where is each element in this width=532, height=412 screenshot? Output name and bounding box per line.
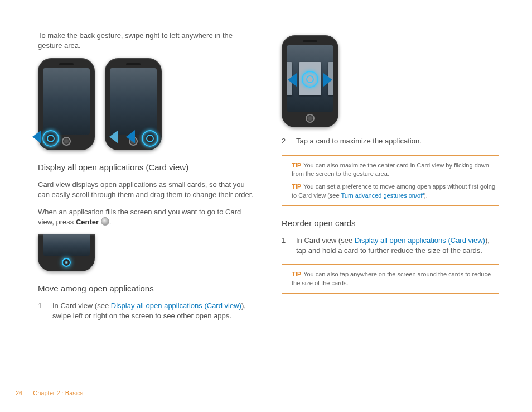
arrow-left-icon <box>126 130 135 143</box>
tip-text: You can also tap anywhere on the screen … <box>292 271 491 286</box>
card-view-screen <box>287 45 333 112</box>
tip-label: TIP <box>292 183 301 190</box>
section-heading-move-apps: Move among open applications <box>38 284 255 293</box>
tip-label: TIP <box>292 271 301 277</box>
arrow-left-icon <box>109 130 118 143</box>
step-text: Tap a card to maximize the application. <box>296 136 422 146</box>
card-swipe-figure <box>282 35 499 127</box>
card-view-desc: Card view displays open applications as … <box>38 180 255 199</box>
step-1: 1 In Card view (see Display all open app… <box>38 301 255 320</box>
manual-page: To make the back gesture, swipe right to… <box>0 0 532 412</box>
touch-ring-icon <box>302 71 318 88</box>
phone-illustration-swipe-start <box>105 58 162 150</box>
gesture-figure-row <box>38 58 255 150</box>
card-view-instruction: When an application fills the screen and… <box>38 207 255 227</box>
tip-item: TIPYou can also tap anywhere on the scre… <box>292 270 499 288</box>
link-card-view[interactable]: Display all open applications (Card view… <box>355 236 485 245</box>
arrow-left-icon <box>32 130 41 143</box>
section-heading-reorder: Reorder open cards <box>282 218 499 228</box>
step-2: 2 Tap a card to maximize the application… <box>282 136 499 146</box>
arrow-left-icon <box>288 73 297 87</box>
touch-ring-icon <box>142 130 158 147</box>
step-reorder-1: 1 In Card view (see Display all open app… <box>282 236 499 255</box>
tip-item: TIPYou can also maximize the center card… <box>292 161 499 179</box>
text-fragment: When an application fills the screen and… <box>38 208 241 226</box>
step-number: 1 <box>282 236 296 255</box>
text-fragment: In Card view (see <box>52 301 111 310</box>
tip-text: ). <box>424 192 428 199</box>
text-fragment: In Card view (see <box>296 236 355 245</box>
step-number: 2 <box>282 136 296 146</box>
touch-ring-icon <box>42 130 59 147</box>
intro-text: To make the back gesture, swipe right to… <box>38 31 255 50</box>
link-advanced-gestures[interactable]: Turn advanced gestures on/off <box>341 192 424 199</box>
tip-box-maximize: TIPYou can also maximize the center card… <box>282 155 499 207</box>
left-column: To make the back gesture, swipe right to… <box>38 31 255 395</box>
tip-text: You can also maximize the center card in… <box>292 162 489 177</box>
page-number: 26 <box>16 390 22 396</box>
step-text: In Card view (see Display all open appli… <box>52 301 255 320</box>
chapter-label: Chapter 2 : Basics <box>33 390 83 396</box>
phone-illustration-swipe-end <box>38 58 95 150</box>
step-number: 1 <box>38 301 52 320</box>
page-footer: 26 Chapter 2 : Basics <box>16 390 83 396</box>
text-fragment: . <box>109 218 112 226</box>
center-key-label: Center <box>76 218 99 226</box>
phone-illustration-center-press <box>38 234 95 271</box>
step-text: In Card view (see Display all open appli… <box>296 236 499 255</box>
phone-illustration-card-swipe <box>282 35 338 127</box>
center-button-icon <box>101 217 109 226</box>
section-heading-card-view: Display all open applications (Card view… <box>38 162 255 172</box>
center-button-figure <box>38 234 255 271</box>
tip-item: TIPYou can set a preference to move amon… <box>292 183 499 200</box>
right-column: 2 Tap a card to maximize the application… <box>282 31 499 395</box>
tip-box-reduce-cards: TIPYou can also tap anywhere on the scre… <box>282 264 499 294</box>
link-card-view[interactable]: Display all open applications (Card view… <box>111 301 241 310</box>
arrow-right-icon <box>323 73 332 87</box>
tip-label: TIP <box>292 162 301 169</box>
